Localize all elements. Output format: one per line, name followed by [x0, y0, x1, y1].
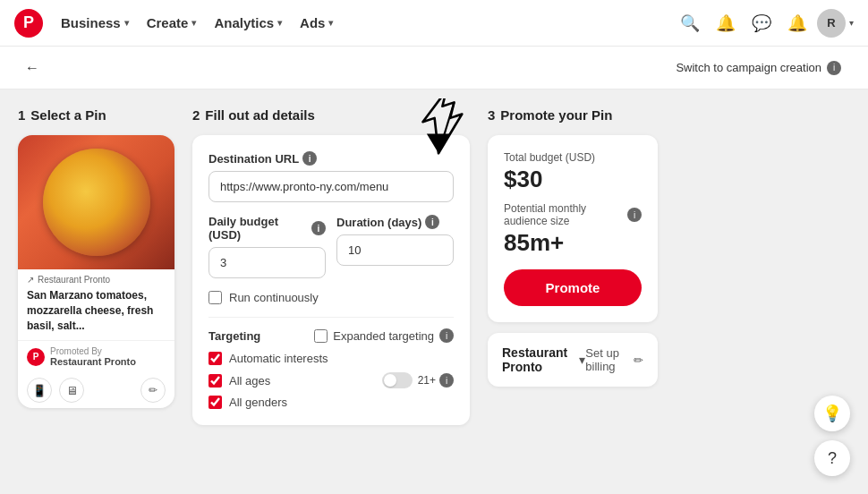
activity-button[interactable]: 🔔: [781, 7, 813, 39]
pin-promoted-by: P Promoted By Restaurant Pronto: [18, 340, 174, 372]
switch-campaign-button[interactable]: Switch to campaign creation i: [667, 55, 850, 81]
age-21-toggle-thumb: [384, 374, 396, 387]
age-21-info-icon[interactable]: i: [439, 373, 454, 388]
all-genders-label: All genders: [229, 396, 287, 409]
destination-url-info-icon[interactable]: i: [302, 151, 317, 166]
expanded-targeting-label: Expanded targeting: [333, 329, 434, 343]
edit-icon: ✏: [634, 353, 643, 367]
step3-header: 3 Promote your Pin: [488, 107, 658, 123]
budget-duration-row: Daily budget (USD) i Duration (days) i: [208, 215, 454, 278]
pizza-visual: [43, 149, 150, 256]
step2-header: 2 Fill out ad details: [192, 107, 470, 123]
analytics-chevron-icon: ▾: [277, 18, 282, 28]
pin-link-icon: ↗: [27, 275, 34, 285]
automatic-interests-left: Automatic interests: [208, 352, 328, 365]
help-float-button[interactable]: ?: [814, 440, 850, 476]
audience-size-label: Potential monthly audience size i: [504, 202, 642, 227]
all-ages-row: All ages 21+ i: [208, 372, 454, 388]
daily-budget-input[interactable]: [208, 247, 326, 278]
avatar[interactable]: R: [817, 9, 846, 38]
run-continuously-checkbox[interactable]: [208, 291, 222, 304]
pin-actions: 📱 🖥 ✏: [18, 372, 174, 408]
destination-url-input[interactable]: [208, 171, 454, 202]
nav-icons: 🔍 🔔 💬 🔔 R ▾: [674, 7, 854, 39]
search-button[interactable]: 🔍: [674, 7, 706, 39]
targeting-section: Targeting Expanded targeting i Automatic…: [208, 317, 454, 409]
daily-budget-group: Daily budget (USD) i: [208, 215, 326, 278]
switch-info-icon[interactable]: i: [827, 61, 841, 75]
promote-button[interactable]: Promote: [504, 269, 642, 306]
messages-button[interactable]: 💬: [745, 7, 778, 39]
ideas-float-button[interactable]: 💡: [814, 396, 850, 431]
all-genders-checkbox[interactable]: [208, 396, 222, 409]
nav-item-ads[interactable]: Ads ▾: [291, 10, 342, 36]
targeting-header: Targeting Expanded targeting i: [208, 328, 454, 343]
avatar-chevron-icon: ▾: [849, 18, 854, 28]
daily-budget-label: Daily budget (USD) i: [208, 215, 326, 242]
pin-desktop-view-button[interactable]: 🖥: [59, 378, 84, 403]
account-chevron-icon: ▾: [579, 353, 585, 367]
create-chevron-icon: ▾: [191, 18, 196, 28]
ads-chevron-icon: ▾: [328, 18, 333, 28]
pinterest-logo[interactable]: P: [14, 9, 43, 38]
promote-card: Total budget (USD) $30 Potential monthly…: [488, 135, 658, 322]
automatic-interests-checkbox[interactable]: [208, 352, 222, 365]
subheader: ← Switch to campaign creation i: [0, 47, 868, 89]
all-ages-label: All ages: [229, 374, 270, 388]
total-budget-label: Total budget (USD): [504, 151, 642, 164]
duration-label: Duration (days) i: [336, 215, 454, 229]
age-21-toggle-group: 21+ i: [382, 372, 454, 388]
business-chevron-icon: ▾: [124, 18, 129, 28]
all-genders-left: All genders: [208, 396, 287, 409]
duration-group: Duration (days) i: [336, 215, 454, 278]
destination-url-group: Destination URL i: [208, 151, 454, 202]
age-21-label: 21+ i: [418, 373, 454, 388]
expanded-targeting-checkbox[interactable]: [314, 329, 328, 343]
automatic-interests-row: Automatic interests: [208, 352, 454, 365]
step1-panel: 1 Select a Pin ↗ Restaurant Pronto San M…: [18, 107, 174, 476]
run-continuously-label: Run continuously: [229, 291, 319, 304]
main-content: 1 Select a Pin ↗ Restaurant Pronto San M…: [0, 89, 868, 494]
step2-panel: 2 Fill out ad details Destination URL i: [192, 107, 470, 476]
top-nav: P Business ▾ Create ▾ Analytics ▾ Ads ▾ …: [0, 0, 868, 47]
targeting-options: Automatic interests All ages: [208, 352, 454, 409]
account-card: Restaurant Pronto ▾ Set up billing ✏: [488, 333, 658, 387]
step3-panel: 3 Promote your Pin Total budget (USD) $3…: [488, 107, 658, 476]
promoted-logo: P: [27, 348, 45, 366]
targeting-title: Targeting: [208, 329, 260, 343]
ad-form: Destination URL i Daily budget (USD) i D…: [192, 135, 470, 425]
automatic-interests-label: Automatic interests: [229, 352, 328, 365]
destination-url-label: Destination URL i: [208, 151, 454, 166]
run-continuously-row: Run continuously: [208, 291, 454, 304]
billing-action[interactable]: Set up billing ✏: [585, 346, 643, 373]
nav-item-create[interactable]: Create ▾: [138, 10, 206, 36]
pin-image: [18, 135, 174, 269]
pin-mobile-view-button[interactable]: 📱: [27, 378, 52, 403]
notifications-button[interactable]: 🔔: [710, 7, 742, 39]
age-21-toggle[interactable]: [382, 372, 413, 388]
duration-input[interactable]: [336, 234, 454, 266]
step1-header: 1 Select a Pin: [18, 107, 174, 123]
pin-description: San Marzano tomatoes, mozzarella cheese,…: [18, 286, 174, 340]
nav-item-business[interactable]: Business ▾: [52, 10, 138, 36]
expanded-targeting-group: Expanded targeting i: [314, 328, 454, 343]
total-budget-value: $30: [504, 166, 642, 193]
account-name: Restaurant Pronto: [502, 345, 579, 374]
floating-buttons: 💡 ?: [814, 396, 850, 476]
audience-size-info-icon[interactable]: i: [627, 208, 642, 222]
duration-info-icon[interactable]: i: [425, 215, 439, 229]
all-genders-row: All genders: [208, 396, 454, 409]
all-ages-checkbox[interactable]: [208, 374, 222, 388]
daily-budget-info-icon[interactable]: i: [311, 221, 326, 235]
pin-image-overlay: [18, 135, 174, 269]
promoted-info: Promoted By Restaurant Pronto: [50, 346, 136, 367]
back-button[interactable]: ←: [18, 54, 47, 82]
pin-card: ↗ Restaurant Pronto San Marzano tomatoes…: [18, 135, 174, 408]
nav-item-analytics[interactable]: Analytics ▾: [205, 10, 291, 36]
audience-size-value: 85m+: [504, 229, 642, 257]
billing-label: Set up billing: [585, 346, 628, 373]
pin-edit-button[interactable]: ✏: [140, 378, 166, 403]
all-ages-left: All ages: [208, 374, 270, 388]
expanded-targeting-info-icon[interactable]: i: [439, 328, 454, 343]
pin-link: ↗ Restaurant Pronto: [18, 269, 174, 286]
